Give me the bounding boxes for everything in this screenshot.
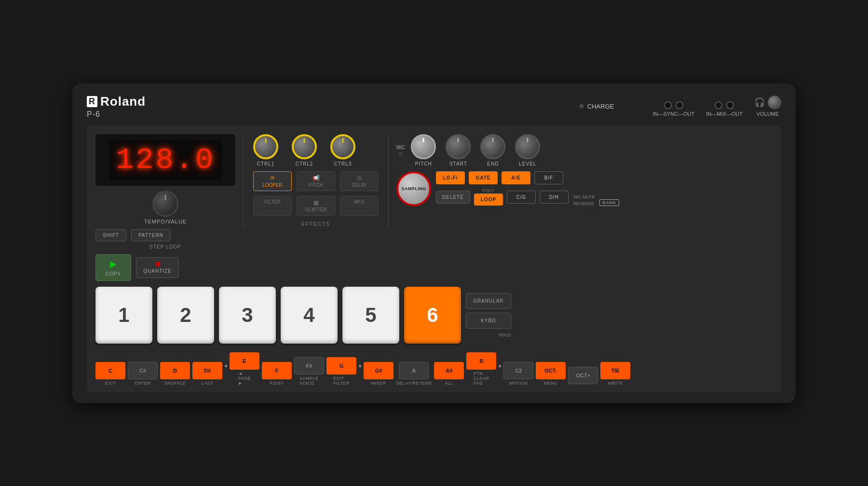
delay-button[interactable]: ◎ DELAY xyxy=(340,171,379,191)
bank-label: BANK xyxy=(599,199,619,206)
tempo-knob[interactable] xyxy=(152,191,178,217)
pad-3[interactable]: 3 xyxy=(219,287,276,344)
filter-button[interactable]: FILTER xyxy=(253,196,292,216)
scatter-icon: ▦ xyxy=(313,199,319,206)
main-panel: 128.0 TEMPO/VALUE SHIFT PATTERN STEP LOO… xyxy=(87,125,781,392)
ctrl2-label: CTRL2 xyxy=(296,161,313,167)
pad-5[interactable]: 5 xyxy=(342,287,399,344)
roland-logo: R Roland xyxy=(87,94,146,109)
lofi-button[interactable]: LO-Fi xyxy=(436,171,465,184)
key-cap-OCT+[interactable]: OCT+ xyxy=(568,367,598,384)
looper-label: LOOPER xyxy=(262,182,283,188)
delete-button[interactable]: DELETE xyxy=(436,191,470,204)
end-group: END xyxy=(480,134,505,167)
loop-button[interactable]: LOOP xyxy=(474,194,503,206)
key-cap-G[interactable]: G xyxy=(326,357,356,375)
key-cap-D[interactable]: D xyxy=(160,362,190,379)
pad-1[interactable]: 1 xyxy=(95,287,152,344)
key-cap-C[interactable]: C xyxy=(95,362,125,379)
pad-2[interactable]: 2 xyxy=(157,287,214,344)
quantize-button[interactable]: QUANTIZE xyxy=(136,257,179,278)
volume-knob[interactable] xyxy=(768,96,781,109)
key-label-C: EXIT xyxy=(105,381,116,386)
pitch-start-end-level-row: PITCH START END xyxy=(411,134,540,167)
key-cap-B[interactable]: B xyxy=(466,352,496,370)
key-label-E: ◄PAGE► xyxy=(238,371,251,386)
key-gsharp: G#MIXER xyxy=(364,362,393,386)
looper-button[interactable]: ⟳ LOOPER xyxy=(253,171,292,191)
pattern-button[interactable]: PATTERN xyxy=(131,229,171,241)
tempo-label: TEMPO/VALUE xyxy=(144,219,187,224)
key-cap-D#[interactable]: D# xyxy=(192,362,222,379)
pitch-fx-button[interactable]: 📢 PITCH xyxy=(297,171,335,191)
pad-4[interactable]: 4 xyxy=(281,287,338,344)
copy-quantize-row: ▶ COPY QUANTIZE xyxy=(95,254,235,281)
key-cap-C2[interactable]: C2 xyxy=(503,362,533,379)
sampling-button[interactable]: SAMPLING xyxy=(396,171,431,206)
key-cap-TIE[interactable]: TIE xyxy=(600,362,630,379)
key-label-D: SHUFFLE xyxy=(164,381,186,386)
key-cap-OCT-[interactable]: OCT- xyxy=(536,362,566,379)
ctrl2-knob[interactable] xyxy=(292,134,317,159)
connectors-area: IN—SYNC—OUT IN—MIX—OUT 🎧 VOLUME xyxy=(652,96,781,117)
top-bar: R Roland P-6 CHARGE IN—SYNC—OUT xyxy=(87,92,781,121)
pad-6[interactable]: 6 xyxy=(404,287,461,344)
bf-button[interactable]: B/F xyxy=(534,171,563,184)
mix-in-jack xyxy=(715,101,722,109)
shift-button[interactable]: SHIFT xyxy=(95,229,126,241)
key-label-G: EDITFILTER xyxy=(333,376,349,386)
mic-sampling-row: MIC PITCH START xyxy=(396,134,773,167)
level-knob[interactable] xyxy=(515,134,540,159)
octave-dot xyxy=(359,365,361,367)
tempo-section: TEMPO/VALUE xyxy=(95,191,235,224)
key-octplus: OCT+ xyxy=(568,367,598,386)
key-cap-F#[interactable]: F# xyxy=(294,357,324,375)
start-knob[interactable] xyxy=(446,134,471,159)
key-cap-A#[interactable]: A# xyxy=(434,362,464,379)
mfx-label: MFX xyxy=(354,199,364,205)
sampling-label: SAMPLING xyxy=(401,186,426,191)
ctrl3-knob[interactable] xyxy=(330,134,355,159)
lofi-gate-row: SAMPLING LO-Fi GATE A/E B/F DELETE POL xyxy=(396,171,773,206)
key-cap-C#[interactable]: C# xyxy=(128,362,158,379)
mix-connector-group: IN—MIX—OUT xyxy=(706,101,743,117)
mix-label: IN—MIX—OUT xyxy=(706,111,743,117)
ctrl-effects-section: CTRL1 CTRL2 CTRL3 ⟳ LOOPER xyxy=(243,134,389,227)
mic-section: MIC xyxy=(396,145,405,156)
hold-label: HOLD xyxy=(499,333,511,337)
fx-row2: FILTER ▦ SCATTER MFX xyxy=(253,196,379,216)
copy-button[interactable]: ▶ COPY xyxy=(95,254,131,281)
scatter-button[interactable]: ▦ SCATTER xyxy=(297,196,335,216)
key-fsharp: F#SAMPLEVOICE xyxy=(294,357,324,386)
level-group: LEVEL xyxy=(515,134,540,167)
mic-label: MIC xyxy=(396,145,405,150)
cg-button[interactable]: C/G xyxy=(507,191,536,204)
keyboard-row: CEXITC#ENTERDSHUFFLED#LASTE◄PAGE►FP.ENVF… xyxy=(95,349,773,386)
roland-r-icon: R xyxy=(87,96,97,107)
key-cap-G#[interactable]: G# xyxy=(364,362,393,379)
ctrl1-knob[interactable] xyxy=(253,134,278,159)
looper-icon: ⟳ xyxy=(270,175,275,181)
right-section: MIC PITCH START xyxy=(396,134,773,206)
key-a: ADELAY/REVERB xyxy=(396,362,432,386)
octave-dot xyxy=(225,365,227,367)
copy-label: COPY xyxy=(106,271,121,277)
key-cap-F[interactable]: F xyxy=(262,362,292,379)
key-cap-E[interactable]: E xyxy=(230,352,259,370)
ae-button[interactable]: A/E xyxy=(502,171,530,184)
mfx-button[interactable]: MFX xyxy=(340,196,379,216)
key-label-A#: ALL xyxy=(445,381,454,386)
pad-right-buttons: GRANULAR KYBD HOLD xyxy=(466,293,511,337)
mic-led xyxy=(399,152,403,156)
delay-label: DELAY xyxy=(352,182,367,188)
start-group: START xyxy=(446,134,471,167)
step-loop-label: STEP LOOP xyxy=(95,244,235,250)
kybd-button[interactable]: KYBD xyxy=(466,313,511,329)
sync-jacks xyxy=(664,101,683,109)
key-cap-A[interactable]: A xyxy=(399,362,429,379)
dh-button[interactable]: D/H xyxy=(540,191,569,204)
gate-button[interactable]: GATE xyxy=(469,171,498,184)
end-knob[interactable] xyxy=(480,134,505,159)
granular-button[interactable]: GRANULAR xyxy=(466,293,511,309)
pitch-knob[interactable] xyxy=(411,134,436,159)
